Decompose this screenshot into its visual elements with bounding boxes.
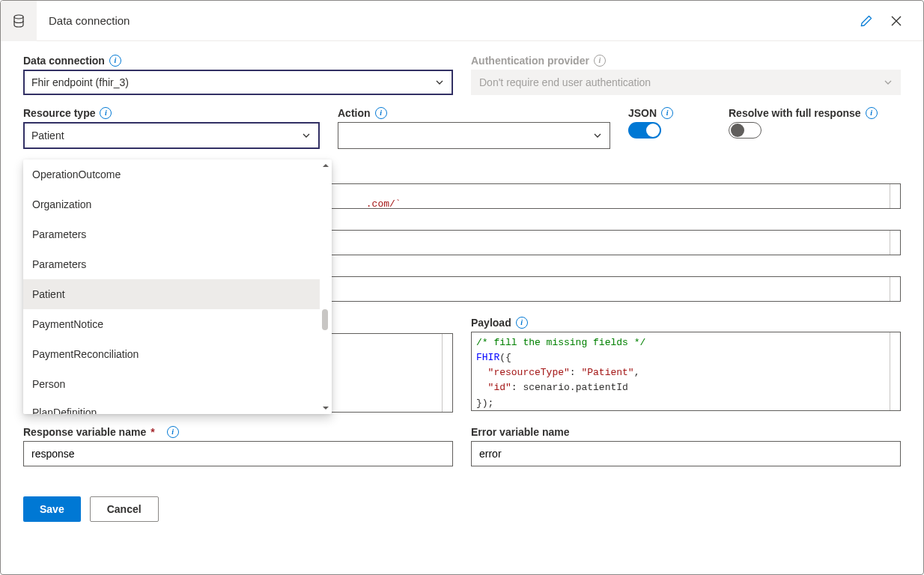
info-icon[interactable]: i [167, 426, 179, 438]
scrollbar-rail[interactable] [890, 277, 900, 301]
payload-code-box[interactable]: /* fill the missing fields */ FHIR({ "re… [471, 332, 901, 411]
scrollbar-rail[interactable] [890, 184, 900, 208]
close-button[interactable] [881, 6, 911, 36]
resolve-full-toggle[interactable] [729, 122, 762, 139]
select-placeholder: Don't require end user authentication [479, 76, 651, 88]
scrollbar-rail[interactable] [890, 332, 900, 410]
required-asterisk: * [151, 426, 154, 438]
chevron-down-icon [302, 131, 311, 140]
scrollbar-thumb[interactable] [322, 309, 328, 330]
label-text: Authentication provider [471, 55, 589, 67]
scroll-up-arrow[interactable] [320, 159, 332, 171]
scroll-down-arrow[interactable] [320, 402, 332, 414]
close-icon [890, 15, 902, 27]
info-icon[interactable]: i [866, 107, 878, 119]
label-text: JSON [628, 107, 657, 119]
info-icon[interactable]: i [109, 55, 121, 67]
info-icon[interactable]: i [100, 107, 112, 119]
dropdown-option[interactable]: Person [23, 369, 320, 399]
dropdown-option[interactable]: Organization [23, 189, 320, 219]
payload-comment: /* fill the missing fields */ [476, 337, 645, 348]
save-button[interactable]: Save [23, 496, 81, 522]
panel-header: Data connection [1, 1, 923, 41]
data-connection-label: Data connection i [23, 55, 453, 67]
data-connection-select[interactable]: Fhir endpoint (fhir_3) [23, 70, 453, 95]
dropdown-option[interactable]: PaymentNotice [23, 309, 320, 339]
chevron-down-icon [884, 78, 893, 87]
response-var-label: Response variable name * i [23, 426, 453, 438]
payload-key-2: "id" [488, 382, 511, 393]
payload-label: Payload i [471, 317, 901, 329]
cancel-button[interactable]: Cancel [90, 496, 159, 522]
payload-val-2: scenario.patientId [523, 382, 627, 393]
svg-point-0 [14, 15, 23, 19]
dropdown-option-selected[interactable]: Patient [23, 279, 320, 309]
url-fragment: .com/` [366, 198, 401, 209]
info-icon[interactable]: i [516, 317, 528, 329]
chevron-down-icon [593, 131, 602, 140]
payload-val-1: "Patient" [581, 367, 633, 378]
resolve-full-label: Resolve with full response i [729, 107, 901, 119]
label-text: Resolve with full response [729, 107, 861, 119]
label-text: Response variable name [23, 426, 146, 438]
dropdown-scrollbar[interactable] [320, 159, 332, 414]
select-value: Fhir endpoint (fhir_3) [31, 76, 129, 88]
dropdown-option[interactable]: OperationOutcome [23, 159, 320, 189]
label-text: Data connection [23, 55, 105, 67]
dropdown-option[interactable]: PaymentReconciliation [23, 339, 320, 369]
auth-provider-label: Authentication provider i [471, 55, 901, 67]
resource-type-select[interactable]: Patient [23, 122, 320, 149]
pencil-icon [860, 14, 873, 28]
panel-title: Data connection [49, 14, 851, 27]
json-label: JSON i [628, 107, 711, 119]
info-icon[interactable]: i [375, 107, 387, 119]
scrollbar-rail[interactable] [442, 334, 452, 412]
error-var-label: Error variable name [471, 426, 901, 438]
json-toggle[interactable] [628, 122, 661, 139]
action-label: Action i [338, 107, 610, 119]
payload-key-1: "resourceType" [488, 367, 570, 378]
data-connection-panel: Data connection Data connection i Fhir e… [0, 0, 924, 575]
dropdown-list: OperationOutcome Organization Parameters… [23, 159, 320, 414]
dropdown-option[interactable]: Parameters [23, 219, 320, 249]
response-var-input[interactable] [23, 441, 453, 466]
select-value: Patient [31, 130, 64, 142]
error-var-input[interactable] [471, 441, 901, 466]
action-select[interactable] [338, 122, 610, 149]
payload-fn: FHIR [476, 352, 499, 363]
dropdown-option[interactable]: PlanDefinition [23, 399, 320, 414]
resource-type-dropdown[interactable]: OperationOutcome Organization Parameters… [23, 159, 332, 414]
info-icon[interactable]: i [594, 55, 606, 67]
scrollbar-rail[interactable] [890, 231, 900, 255]
database-icon [1, 1, 37, 41]
auth-provider-select: Don't require end user authentication [471, 70, 901, 95]
label-text: Error variable name [471, 426, 570, 438]
resource-type-label: Resource type i [23, 107, 320, 119]
dropdown-option[interactable]: Parameters [23, 249, 320, 279]
label-text: Payload [471, 317, 511, 329]
info-icon[interactable]: i [661, 107, 673, 119]
edit-button[interactable] [851, 6, 881, 36]
label-text: Resource type [23, 107, 95, 119]
label-text: Action [338, 107, 371, 119]
chevron-down-icon [435, 78, 444, 87]
